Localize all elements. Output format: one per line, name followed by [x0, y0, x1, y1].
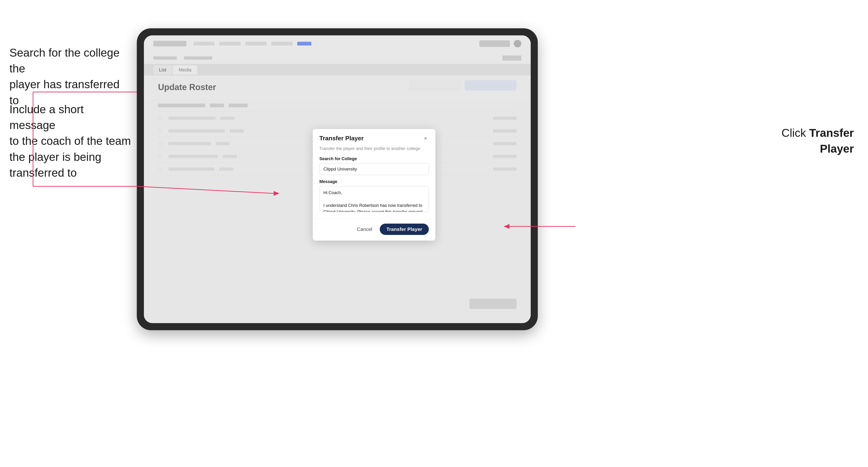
modal-body: Transfer the player and their profile to… [313, 146, 435, 219]
transfer-player-button[interactable]: Transfer Player [380, 224, 429, 235]
modal-title: Transfer Player [319, 135, 364, 142]
modal-subtitle: Transfer the player and their profile to… [319, 146, 429, 152]
search-college-input[interactable] [319, 163, 429, 175]
cancel-button[interactable]: Cancel [353, 224, 376, 235]
annotation-line-3: Include a short message [9, 101, 132, 133]
annotation-line-5: the player is being [9, 149, 132, 165]
annotation-search: Search for the college the player has tr… [9, 45, 132, 108]
tablet-screen: List Media Update Roster [144, 35, 531, 323]
annotation-bold: Transfer Player [809, 127, 854, 155]
modal-overlay: Transfer Player × Transfer the player an… [144, 35, 531, 323]
annotation-line-6: transferred to [9, 165, 132, 181]
search-college-label: Search for College [319, 156, 429, 161]
annotation-click-text: Click Transfer Player [764, 125, 854, 157]
annotation-prefix: Click [781, 127, 809, 139]
modal-close-button[interactable]: × [422, 135, 429, 142]
transfer-player-modal: Transfer Player × Transfer the player an… [313, 129, 435, 241]
message-label: Message [319, 179, 429, 184]
annotation-line-1: Search for the college the [9, 45, 132, 76]
modal-footer: Cancel Transfer Player [313, 219, 435, 241]
annotation-line-4: to the coach of the team [9, 133, 132, 149]
message-textarea[interactable]: Hi Coach, I understand Chris Robertson h… [319, 186, 429, 212]
modal-header: Transfer Player × [313, 129, 435, 146]
tablet-frame: List Media Update Roster [137, 28, 538, 330]
annotation-message: Include a short message to the coach of … [9, 101, 132, 181]
annotation-click: Click Transfer Player [764, 125, 854, 157]
